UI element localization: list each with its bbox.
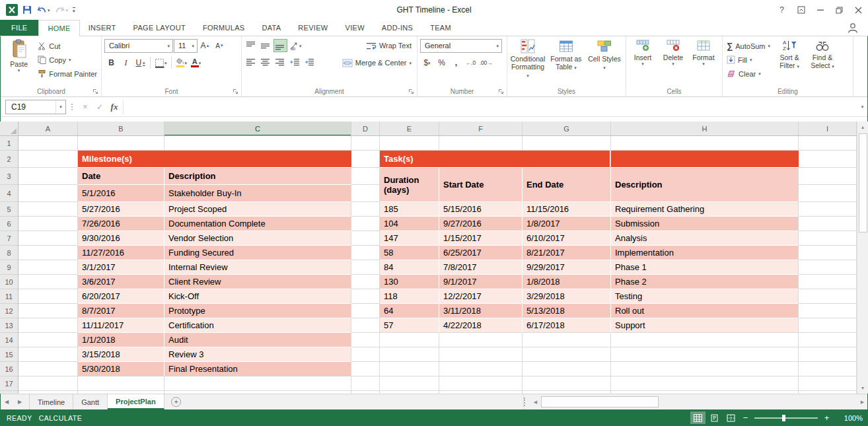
wrap-text-button[interactable]: Wrap Text bbox=[364, 39, 414, 53]
page-layout-view-button[interactable] bbox=[707, 411, 722, 424]
cell-B14[interactable]: 1/1/2018 bbox=[78, 333, 164, 347]
cell-G6[interactable]: 1/8/2017 bbox=[523, 217, 611, 231]
cell-B11[interactable]: 6/20/2017 bbox=[78, 289, 164, 304]
cell-E6[interactable]: 104 bbox=[380, 217, 439, 231]
clipboard-dialog-launcher[interactable] bbox=[92, 88, 99, 95]
cell-B16[interactable]: 5/30/2018 bbox=[78, 362, 164, 376]
redo-button[interactable]: ▾ bbox=[54, 3, 70, 17]
horizontal-scrollbar-thumb[interactable] bbox=[541, 396, 659, 408]
cell-F11[interactable]: 12/2/2017 bbox=[439, 289, 523, 304]
sheet-tab-projectplan[interactable]: ProjectPlan bbox=[108, 394, 164, 409]
find-select-button[interactable]: Find & Select ▾ bbox=[806, 37, 839, 87]
cell-C10[interactable]: Client Review bbox=[164, 275, 351, 289]
cell-C13[interactable]: Certification bbox=[164, 318, 351, 333]
milestones-header-date[interactable]: Date bbox=[78, 168, 164, 185]
milestones-table-title[interactable]: Milestone(s) bbox=[78, 151, 351, 168]
cell-B13[interactable]: 11/11/2017 bbox=[78, 318, 164, 333]
ribbon-tab-team[interactable]: TEAM bbox=[421, 20, 460, 36]
page-break-preview-button[interactable] bbox=[723, 411, 739, 424]
row-header-10[interactable]: 10 bbox=[0, 275, 18, 289]
copy-button[interactable]: Copy▾ bbox=[35, 53, 100, 67]
scroll-left-icon[interactable]: ◀ bbox=[530, 394, 541, 409]
cell-C7[interactable]: Vendor Selection bbox=[164, 231, 351, 246]
number-dialog-launcher[interactable] bbox=[497, 88, 505, 95]
cell-C4[interactable]: Stakeholder Buy-In bbox=[164, 185, 351, 202]
cell-F12[interactable]: 3/11/2018 bbox=[439, 304, 523, 318]
minimize-button[interactable] bbox=[811, 0, 830, 20]
row-header-5[interactable]: 5 bbox=[0, 202, 18, 217]
cell-C6[interactable]: Documentation Complete bbox=[164, 217, 351, 231]
cell-C5[interactable]: Project Scoped bbox=[164, 202, 351, 217]
decrease-decimal-button[interactable]: .00→ bbox=[478, 56, 493, 69]
cell-G5[interactable]: 11/15/2016 bbox=[523, 202, 611, 217]
cell-B10[interactable]: 3/6/2017 bbox=[78, 275, 164, 289]
tasks-header-duration-days[interactable]: Duration (days) bbox=[380, 168, 439, 202]
select-all-corner[interactable] bbox=[0, 122, 18, 136]
ribbon-display-options-button[interactable] bbox=[791, 0, 811, 20]
cell-H12[interactable]: Roll out bbox=[611, 304, 799, 318]
comma-style-button[interactable]: , bbox=[449, 56, 463, 69]
cell-B12[interactable]: 8/7/2017 bbox=[78, 304, 164, 318]
decrease-indent-button[interactable] bbox=[288, 56, 302, 69]
cell-G8[interactable]: 8/21/2017 bbox=[523, 246, 611, 260]
row-header-3[interactable]: 3 bbox=[0, 168, 18, 185]
cell-G11[interactable]: 3/29/2018 bbox=[523, 289, 611, 304]
cell-F10[interactable]: 9/1/2017 bbox=[439, 275, 523, 289]
cell-F6[interactable]: 9/27/2016 bbox=[439, 217, 523, 231]
decrease-font-size-button[interactable]: A▼ bbox=[213, 39, 227, 52]
paste-button[interactable]: Paste ▾ bbox=[3, 37, 35, 87]
qat-customize-button[interactable]: ▾ bbox=[71, 3, 77, 17]
cell-H5[interactable]: Requirement Gathering bbox=[611, 202, 799, 217]
column-header-B[interactable]: B bbox=[78, 122, 164, 136]
cell-E5[interactable]: 185 bbox=[380, 202, 439, 217]
save-button[interactable] bbox=[21, 3, 33, 17]
row-header-14[interactable]: 14 bbox=[0, 333, 18, 347]
format-painter-button[interactable]: Format Painter bbox=[35, 67, 100, 81]
cell-E9[interactable]: 84 bbox=[380, 260, 439, 275]
align-right-button[interactable] bbox=[273, 56, 287, 69]
cell-C8[interactable]: Funding Secured bbox=[164, 246, 351, 260]
cell-C12[interactable]: Prototype bbox=[164, 304, 351, 318]
increase-decimal-button[interactable]: ←.0 bbox=[464, 56, 478, 69]
row-header-12[interactable]: 12 bbox=[0, 304, 18, 318]
ribbon-tab-review[interactable]: REVIEW bbox=[289, 20, 336, 36]
cell-E12[interactable]: 64 bbox=[380, 304, 439, 318]
number-format-select[interactable]: General▾ bbox=[420, 39, 502, 53]
cell-H10[interactable]: Phase 2 bbox=[611, 275, 799, 289]
delete-cells-button[interactable]: Delete ▾ bbox=[658, 37, 688, 87]
tasks-table-title-extension[interactable] bbox=[611, 151, 799, 168]
increase-indent-button[interactable] bbox=[303, 56, 316, 69]
column-header-E[interactable]: E bbox=[380, 122, 439, 136]
cell-C16[interactable]: Final Presentation bbox=[164, 362, 351, 376]
align-bottom-button[interactable] bbox=[273, 39, 287, 52]
insert-function-button[interactable]: fx bbox=[107, 100, 122, 114]
cell-B15[interactable]: 3/15/2018 bbox=[78, 347, 164, 362]
horizontal-scrollbar-track[interactable] bbox=[541, 394, 857, 409]
cell-B4[interactable]: 5/1/2016 bbox=[78, 185, 164, 202]
sort-filter-button[interactable]: AZ Sort & Filter ▾ bbox=[773, 37, 806, 87]
cell-C14[interactable]: Audit bbox=[164, 333, 351, 347]
cell-H9[interactable]: Phase 1 bbox=[611, 260, 799, 275]
cell-H11[interactable]: Testing bbox=[611, 289, 799, 304]
row-header-9[interactable]: 9 bbox=[0, 260, 18, 275]
cell-F13[interactable]: 4/22/2018 bbox=[439, 318, 523, 333]
clear-button[interactable]: Clear▾ bbox=[724, 67, 773, 81]
row-header-1[interactable]: 1 bbox=[0, 136, 18, 151]
zoom-out-button[interactable]: − bbox=[740, 413, 751, 423]
row-header-6[interactable]: 6 bbox=[0, 217, 18, 231]
align-middle-button[interactable] bbox=[259, 39, 273, 52]
cell-G7[interactable]: 6/10/2017 bbox=[523, 231, 611, 246]
underline-button[interactable]: U▾ bbox=[133, 56, 147, 69]
bold-button[interactable]: B bbox=[104, 56, 118, 69]
cancel-button[interactable]: × bbox=[78, 100, 92, 114]
ribbon-tab-data[interactable]: DATA bbox=[253, 20, 289, 36]
cell-E7[interactable]: 147 bbox=[380, 231, 439, 246]
align-left-button[interactable] bbox=[244, 56, 258, 69]
cell-F8[interactable]: 6/25/2017 bbox=[439, 246, 523, 260]
name-box-dropdown-icon[interactable]: ▾ bbox=[55, 100, 65, 114]
tasks-header-end-date[interactable]: End Date bbox=[523, 168, 611, 202]
percent-style-button[interactable]: % bbox=[435, 56, 449, 69]
undo-button[interactable]: ▾ bbox=[35, 3, 52, 17]
vertical-scrollbar-thumb[interactable] bbox=[859, 133, 867, 232]
tasks-header-start-date[interactable]: Start Date bbox=[439, 168, 523, 202]
